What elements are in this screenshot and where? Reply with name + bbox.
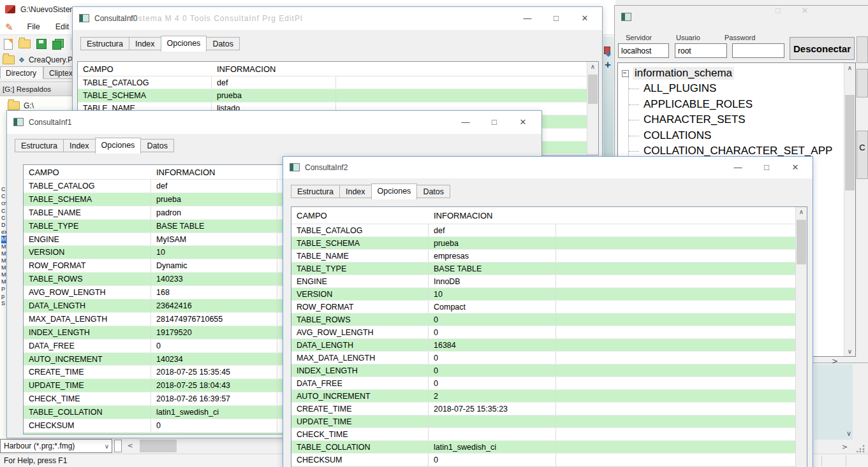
scrollbar-thumb[interactable] [140, 440, 177, 452]
connection-window-titlebar[interactable]: □ ✕ [615, 6, 868, 29]
status-separator [821, 456, 822, 466]
open-folder-icon[interactable] [18, 40, 31, 48]
tab-index[interactable]: Index [63, 139, 96, 152]
scroll-down-icon[interactable]: ∨ [844, 348, 855, 355]
close-icon[interactable]: ✕ [579, 13, 591, 23]
table-row[interactable]: UPDATE_TIME [291, 415, 807, 428]
maximize-icon[interactable]: □ [550, 13, 562, 23]
folder-icon [8, 101, 20, 110]
table-row[interactable]: CHECK_TIME [291, 428, 807, 441]
maximize-icon[interactable]: □ [489, 117, 500, 127]
side-button[interactable] [857, 36, 868, 63]
table-row[interactable]: TABLE_CATALOGdef [291, 224, 807, 237]
table-row[interactable]: TABLE_TYPEBASE TABLE [291, 262, 807, 275]
tab-datos[interactable]: Datos [140, 139, 174, 152]
table-row[interactable]: TABLE_SCHEMAprueba [78, 89, 598, 102]
save-all-icon[interactable] [52, 39, 64, 50]
table-row[interactable]: DATA_LENGTH16384 [291, 339, 807, 352]
table-row[interactable]: CHECKSUM0 [291, 454, 807, 466]
new-file-icon[interactable] [4, 39, 13, 50]
table-cell: TABLE_SCHEMA [78, 89, 212, 101]
splitter-box[interactable] [114, 440, 122, 452]
save-icon[interactable] [36, 39, 47, 49]
table-cell [556, 390, 807, 402]
table-row[interactable]: INDEX_LENGTH0 [291, 364, 807, 377]
table-scrollbar[interactable]: ∧ [795, 207, 807, 467]
tab-opciones[interactable]: Opciones [161, 36, 207, 52]
table-row[interactable]: VERSION10 [291, 288, 807, 301]
tab-estructura[interactable]: Estructura [291, 185, 340, 198]
password-input[interactable] [732, 43, 784, 58]
diamond-icon[interactable]: ◆ [606, 50, 611, 57]
table-cell [556, 224, 807, 236]
user-input[interactable] [675, 43, 727, 58]
server-input[interactable] [618, 43, 669, 58]
tree-root-item[interactable]: information_schema [633, 67, 734, 80]
window-title: ConsultaInf2 [305, 163, 348, 172]
table-row[interactable]: TABLE_NAMEempresas [291, 250, 807, 262]
scrollbar-thumb[interactable] [845, 95, 855, 190]
scroll-corner-area [853, 364, 868, 454]
table-row[interactable]: TABLE_CATALOGdef [78, 76, 598, 89]
file-type-filter-combo[interactable]: Harbour (*.prg;*.fmg) ∨ [0, 439, 112, 453]
scroll-up-icon[interactable]: ∧ [844, 64, 855, 71]
tree-item[interactable]: ALL_PLUGINS [644, 81, 842, 97]
tree-item[interactable]: CHARACTER_SETS [644, 112, 842, 128]
tab-datos[interactable]: Datos [206, 37, 240, 50]
scroll-up-icon[interactable]: ∧ [796, 208, 807, 215]
table-row[interactable]: CREATE_TIME2018-07-25 15:35:23 [291, 403, 807, 415]
tab-opciones[interactable]: Opciones [371, 183, 418, 199]
collapse-icon[interactable] [622, 70, 629, 77]
drive-selector[interactable]: [G:] Respaldos [0, 82, 72, 96]
table-cell [556, 415, 807, 427]
table-row[interactable]: ROW_FORMATCompact [291, 301, 807, 313]
tab-estructura[interactable]: Estructura [80, 37, 129, 50]
table-row[interactable]: DATA_FREE0 [291, 377, 807, 390]
disconnect-button[interactable]: Desconectar [790, 37, 855, 60]
tab-estructura[interactable]: Estructura [15, 139, 64, 152]
tree-item[interactable]: COLLATIONS [644, 128, 842, 144]
table-row[interactable]: ENGINEInnoDB [291, 275, 807, 288]
window-titlebar[interactable]: ConsultaInf2 — □ ✕ [283, 157, 813, 178]
scroll-down-icon[interactable]: ∨ [846, 429, 851, 438]
table-scrollbar[interactable]: ∧ [587, 62, 598, 155]
close-icon[interactable]: ✕ [790, 162, 801, 172]
tab-opciones[interactable]: Opciones [95, 138, 142, 154]
table-cell: ROW_FORMAT [291, 301, 429, 313]
scroll-left-icon[interactable]: < [124, 440, 136, 452]
side-button-partial[interactable]: C [857, 131, 868, 179]
tab-directory[interactable]: Directory [0, 66, 43, 79]
tab-strip: EstructuraIndexOpcionesDatos [80, 36, 239, 52]
table-cell: 0 [429, 377, 556, 389]
scroll-up-icon[interactable]: ∧ [587, 63, 598, 70]
minimize-icon[interactable]: — [522, 13, 533, 23]
window-titlebar[interactable]: ConsultaInf1 — □ ✕ [7, 111, 541, 134]
tree-scrollbar[interactable]: ∧ ∨ [844, 63, 855, 356]
root-folder-item[interactable]: G:\ [8, 101, 34, 110]
tab-index[interactable]: Index [339, 185, 372, 198]
maximize-icon[interactable]: □ [761, 162, 772, 172]
minimize-icon[interactable]: — [460, 117, 471, 127]
scrollbar-thumb[interactable] [797, 220, 806, 264]
table-row[interactable]: TABLE_SCHEMAprueba [291, 237, 807, 250]
side-button[interactable] [857, 69, 868, 97]
tree-item[interactable]: APPLICABLE_ROLES [644, 97, 842, 113]
minimize-icon[interactable]: — [732, 162, 744, 172]
table-row[interactable]: MAX_DATA_LENGTH0 [291, 352, 807, 364]
table-row[interactable]: AUTO_INCREMENT2 [291, 390, 807, 403]
drive-label: [G:] Respaldos [3, 85, 51, 93]
plus-icon[interactable]: + [605, 59, 611, 71]
tab-datos[interactable]: Datos [416, 185, 450, 198]
resize-grip-icon[interactable] [857, 445, 865, 452]
tab-index[interactable]: Index [129, 37, 161, 50]
horizontal-scrollbar[interactable]: < [123, 440, 283, 452]
close-icon[interactable]: ✕ [799, 6, 811, 15]
table-row[interactable]: TABLE_ROWS0 [291, 313, 807, 326]
table-row[interactable]: TABLE_COLLATIONlatin1_swedish_ci [291, 441, 807, 454]
scroll-right-icon[interactable]: > [842, 443, 848, 451]
table-row[interactable]: AVG_ROW_LENGTH0 [291, 326, 807, 339]
maximize-icon[interactable]: □ [772, 6, 784, 15]
menu-item[interactable]: File [20, 22, 48, 31]
close-icon[interactable]: ✕ [517, 117, 529, 127]
scrollbar-thumb[interactable] [588, 75, 598, 104]
